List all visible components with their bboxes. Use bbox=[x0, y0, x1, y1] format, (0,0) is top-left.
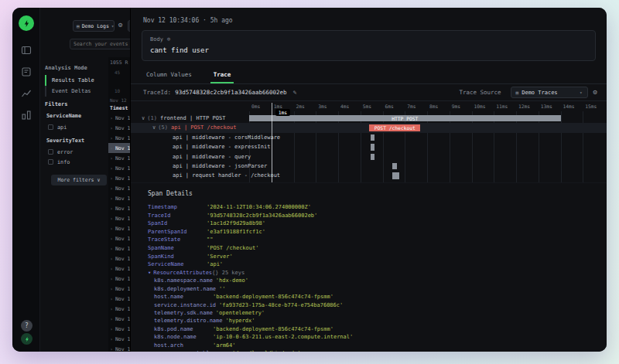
span-row[interactable]: api | middleware - query bbox=[131, 152, 607, 162]
row-chevron-icon: › bbox=[110, 226, 113, 232]
span-bar[interactable] bbox=[371, 134, 375, 141]
panel-toggle-icon[interactable] bbox=[21, 45, 32, 56]
axis-tick-label: 13ms bbox=[541, 104, 552, 109]
resource-attributes-key: ResourceAttributes bbox=[153, 269, 212, 277]
table-row[interactable]: ›Nov 1 bbox=[108, 304, 130, 314]
attribute-row: process.executable.name'/usr/local/bin/n… bbox=[154, 349, 596, 352]
row-timestamp: Nov 1 bbox=[115, 155, 130, 162]
chevron-down-icon[interactable]: ∨ bbox=[142, 115, 145, 121]
analysis-mode-option[interactable]: Event Deltas bbox=[45, 86, 111, 97]
span-bar[interactable] bbox=[371, 154, 375, 160]
span-row[interactable]: ∨(5) api | POST /checkoutPOST /checkout bbox=[131, 123, 607, 132]
tab-trace[interactable]: Trace bbox=[210, 69, 234, 83]
chevron-down-icon[interactable]: ∨ bbox=[152, 124, 156, 131]
table-row[interactable]: ›Nov 1 bbox=[108, 324, 130, 334]
table-row[interactable]: ›Nov 1 bbox=[108, 314, 130, 324]
top-bar: ▤ Demo Logs ▾ ⚙ SE bbox=[40, 8, 130, 57]
table-row[interactable]: ›Nov 1 bbox=[108, 243, 130, 253]
row-chevron-icon: › bbox=[110, 165, 113, 172]
log-source-select[interactable]: ▤ Demo Logs ▾ bbox=[73, 20, 115, 32]
table-row[interactable]: ›Nov 1 bbox=[108, 274, 130, 284]
more-filters-button[interactable]: More filters ∨ bbox=[51, 175, 107, 185]
table-row[interactable]: ›Nov 1 bbox=[108, 113, 130, 123]
filter-option[interactable]: info bbox=[45, 157, 111, 167]
span-name: api | POST /checkout bbox=[171, 124, 236, 131]
span-bar[interactable] bbox=[392, 172, 399, 179]
span-name: api | middleware - corsMiddleware bbox=[173, 134, 280, 141]
axis-tick-label: 3ms bbox=[318, 104, 327, 109]
row-timestamp: Nov 1 bbox=[115, 256, 130, 262]
timeline-cursor[interactable] bbox=[272, 103, 272, 182]
trace-settings-gear-icon[interactable]: ⚙ bbox=[593, 89, 597, 96]
axis-tick-label: 6ms bbox=[385, 104, 394, 109]
chart-icon[interactable] bbox=[21, 88, 32, 99]
checkbox-icon[interactable] bbox=[48, 149, 53, 155]
table-row[interactable]: ›Nov 1 bbox=[108, 133, 130, 143]
row-timestamp: Nov 1 bbox=[115, 175, 130, 182]
span-row[interactable]: api | middleware - expressInit bbox=[131, 142, 607, 151]
resource-attributes-children: k8s.namespace.name'hdx-demo'k8s.deployme… bbox=[148, 277, 596, 352]
span-bar[interactable]: HTTP POST bbox=[249, 115, 561, 121]
table-row[interactable]: ›Nov 1 bbox=[108, 213, 130, 223]
row-chevron-icon: › bbox=[110, 185, 113, 192]
table-icon: ▤ bbox=[77, 23, 80, 29]
span-name: api | middleware - jsonParser bbox=[173, 163, 267, 169]
span-row[interactable]: api | middleware - jsonParser bbox=[131, 162, 607, 171]
span-bar[interactable]: POST /checkout bbox=[369, 124, 420, 131]
search-logs-icon[interactable] bbox=[21, 66, 32, 77]
span-row[interactable]: api | request handler - /checkout bbox=[131, 171, 607, 180]
span-bar[interactable] bbox=[392, 163, 397, 169]
search-input[interactable] bbox=[70, 39, 139, 49]
attribute-key: telemetry.sdk.name bbox=[154, 309, 213, 317]
table-row[interactable]: ›Nov 1 bbox=[108, 334, 130, 344]
trace-source-select[interactable]: ▤ Demo Traces ▾ bbox=[511, 87, 588, 98]
table-row[interactable]: ›Nov 1 bbox=[108, 294, 130, 304]
row-chevron-icon: › bbox=[110, 326, 113, 332]
table-row[interactable]: ›Nov 1 bbox=[108, 143, 130, 153]
cursor-tooltip: 1ms bbox=[275, 109, 290, 116]
filter-option[interactable]: error bbox=[45, 147, 111, 157]
trace-source-label: Trace Source bbox=[459, 89, 501, 96]
table-row[interactable]: ›Nov 1 bbox=[108, 123, 130, 133]
body-action-icon[interactable]: ⊕ bbox=[167, 36, 171, 43]
table-row[interactable]: ›Nov 1 bbox=[108, 223, 130, 233]
span-row[interactable]: api | middleware - corsMiddleware bbox=[131, 133, 607, 142]
analysis-mode-option[interactable]: Results Table bbox=[45, 75, 111, 86]
caret-down-icon[interactable]: ▾ bbox=[148, 269, 151, 277]
filter-option[interactable]: api bbox=[45, 122, 111, 132]
table-row[interactable]: ›Nov 1 bbox=[108, 183, 130, 193]
checkbox-icon[interactable] bbox=[48, 159, 53, 165]
app-logo[interactable] bbox=[19, 15, 34, 31]
user-avatar[interactable] bbox=[21, 333, 32, 345]
tab-column-values[interactable]: Column Values bbox=[143, 69, 195, 83]
table-row[interactable]: ›Nov 1 bbox=[108, 233, 130, 243]
table-row[interactable]: ›Nov 1 bbox=[108, 163, 130, 173]
table-row[interactable]: ›Nov 1 bbox=[108, 344, 130, 352]
detail-field-value: '93d5748328c2cb9f1a3426aab66002eb' bbox=[207, 212, 317, 220]
help-button[interactable]: ? bbox=[21, 320, 32, 332]
table-row[interactable]: ›Nov 1 bbox=[108, 203, 130, 213]
attribute-row: telemetry.distro.name'hyperdx' bbox=[154, 317, 596, 325]
table-icon: ▤ bbox=[516, 90, 519, 95]
row-timestamp: Nov 1 bbox=[115, 165, 130, 172]
table-row[interactable]: ›Nov 1 bbox=[108, 153, 130, 163]
left-panel: ▤ Demo Logs ▾ ⚙ SE Analysis Mode Results… bbox=[40, 8, 130, 352]
row-chevron-icon: › bbox=[110, 236, 113, 242]
table-row[interactable]: ›Nov 1 bbox=[108, 173, 130, 183]
span-label: ∨(1) frontend | HTTP POST bbox=[142, 115, 225, 121]
table-row[interactable]: ›Nov 1 bbox=[108, 193, 130, 203]
table-row[interactable]: ›Nov 1 bbox=[108, 253, 130, 264]
row-chevron-icon: › bbox=[110, 145, 113, 151]
checkbox-icon[interactable] bbox=[48, 124, 53, 130]
span-row[interactable]: ∨(1) frontend | HTTP POSTHTTP POST bbox=[131, 114, 607, 123]
table-row[interactable]: ›Nov 1 bbox=[108, 284, 130, 294]
table-row[interactable]: ›Nov 1 bbox=[108, 264, 130, 274]
attribute-value: 'backend-deployment-856c474c74-fpsmm' bbox=[213, 293, 333, 301]
edit-pencil-icon[interactable]: ✎ bbox=[293, 89, 297, 96]
span-bar[interactable] bbox=[371, 144, 375, 150]
source-settings-gear-icon[interactable]: ⚙ bbox=[118, 22, 122, 29]
detail-field-row: Timestamp'2024-11-12T10:34:06.274000000Z… bbox=[148, 203, 596, 212]
dashboards-icon[interactable] bbox=[21, 110, 32, 121]
detail-field-key: SpanId bbox=[148, 219, 207, 228]
resource-attributes-row[interactable]: ▾ResourceAttributes{} 25 keys bbox=[148, 269, 596, 277]
